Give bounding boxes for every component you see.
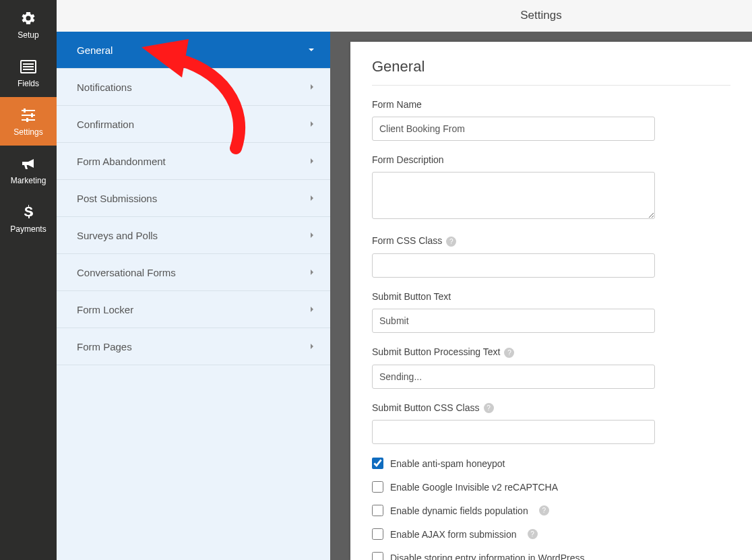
check-anti-spam-checkbox[interactable] <box>372 458 383 469</box>
check-dynamic-fields-checkbox[interactable] <box>372 505 383 516</box>
chevron-right-icon <box>309 82 315 93</box>
panel-title: General <box>372 58 730 86</box>
submit-button-text-label: Submit Button Text <box>372 291 730 302</box>
form-css-class-input[interactable] <box>372 253 655 278</box>
submit-button-processing-label: Submit Button Processing Text? <box>372 346 730 358</box>
check-label: Enable AJAX form submission <box>390 529 517 540</box>
check-dynamic-fields: Enable dynamic fields population ? <box>372 505 730 516</box>
general-panel: General Form Name Form Description Form … <box>350 42 752 560</box>
check-disable-storing: Disable storing entry information in Wor… <box>372 552 730 560</box>
iconbar: Setup Fields Settings Marketing Payments <box>0 0 57 560</box>
settings-item-label: Form Locker <box>77 304 133 315</box>
app-root: Setup Fields Settings Marketing Payments <box>0 0 752 560</box>
help-icon[interactable]: ? <box>484 403 494 413</box>
iconbar-label: Settings <box>13 127 42 137</box>
check-ajax: Enable AJAX form submission ? <box>372 528 730 540</box>
checklist: Enable anti-spam honeypot Enable Google … <box>372 458 730 560</box>
form-name-group: Form Name <box>372 99 730 141</box>
iconbar-label: Marketing <box>11 176 46 185</box>
chevron-right-icon <box>309 304 315 315</box>
iconbar-fields[interactable]: Fields <box>0 49 57 97</box>
form-description-input[interactable] <box>372 172 655 219</box>
submit-button-css-label: Submit Button CSS Class? <box>372 402 730 414</box>
settings-item-form-pages[interactable]: Form Pages <box>57 328 330 365</box>
form-name-input[interactable] <box>372 117 655 141</box>
submit-button-text-input[interactable] <box>372 309 655 333</box>
submit-button-css-input[interactable] <box>372 420 655 444</box>
settings-item-label: Form Pages <box>77 341 132 352</box>
submit-button-css-group: Submit Button CSS Class? <box>372 402 730 445</box>
chevron-right-icon <box>309 267 315 278</box>
settings-item-label: Surveys and Polls <box>77 230 158 241</box>
svg-rect-10 <box>26 118 28 122</box>
check-disable-storing-checkbox[interactable] <box>372 552 383 560</box>
header: Settings <box>330 0 752 32</box>
settings-item-notifications[interactable]: Notifications <box>57 69 330 106</box>
check-label: Disable storing entry information in Wor… <box>390 553 584 560</box>
svg-rect-2 <box>23 63 34 65</box>
settings-item-label: Conversational Forms <box>77 267 176 278</box>
settings-item-label: Confirmation <box>77 119 134 130</box>
check-anti-spam: Enable anti-spam honeypot <box>372 458 730 469</box>
svg-rect-4 <box>23 69 34 70</box>
form-description-label: Form Description <box>372 154 730 165</box>
settings-item-surveys-and-polls[interactable]: Surveys and Polls <box>57 217 330 254</box>
chevron-down-icon <box>307 44 315 56</box>
svg-rect-3 <box>23 66 34 67</box>
form-name-label: Form Name <box>372 99 730 110</box>
form-description-group: Form Description <box>372 154 730 222</box>
bullhorn-icon <box>20 154 36 173</box>
list-icon <box>20 57 36 76</box>
iconbar-settings[interactable]: Settings <box>0 97 57 146</box>
form-css-class-group: Form CSS Class? <box>372 235 730 278</box>
header-title: Settings <box>520 9 561 22</box>
chevron-right-icon <box>309 230 315 241</box>
help-icon[interactable]: ? <box>446 237 456 247</box>
svg-rect-9 <box>31 113 33 117</box>
submit-button-text-group: Submit Button Text <box>372 291 730 333</box>
check-label: Enable anti-spam honeypot <box>390 458 505 469</box>
help-icon[interactable]: ? <box>528 529 538 539</box>
check-ajax-checkbox[interactable] <box>372 528 383 540</box>
check-label: Enable dynamic fields population <box>390 505 528 516</box>
check-recaptcha-checkbox[interactable] <box>372 481 383 493</box>
iconbar-label: Fields <box>18 79 39 88</box>
chevron-right-icon <box>309 341 315 352</box>
sliders-icon <box>20 106 36 125</box>
settings-item-conversational-forms[interactable]: Conversational Forms <box>57 254 330 291</box>
gear-icon <box>20 9 36 28</box>
settings-item-label: General <box>77 44 113 56</box>
iconbar-label: Payments <box>10 224 46 234</box>
settings-item-form-abandonment[interactable]: Form Abandonment <box>57 143 330 180</box>
settings-item-post-submissions[interactable]: Post Submissions <box>57 180 330 217</box>
svg-rect-8 <box>24 108 26 113</box>
right-area: Settings General Form Name Form Descript… <box>330 0 752 560</box>
chevron-right-icon <box>309 193 315 204</box>
iconbar-payments[interactable]: Payments <box>0 194 57 243</box>
chevron-right-icon <box>309 156 315 167</box>
iconbar-marketing[interactable]: Marketing <box>0 146 57 194</box>
help-icon[interactable]: ? <box>504 348 514 358</box>
dollar-icon <box>23 203 34 222</box>
iconbar-label: Setup <box>18 30 38 40</box>
help-icon[interactable]: ? <box>539 505 549 516</box>
right-body: General Form Name Form Description Form … <box>330 32 752 560</box>
check-recaptcha: Enable Google Invisible v2 reCAPTCHA <box>372 481 730 493</box>
settings-item-label: Notifications <box>77 82 132 93</box>
form-css-class-label: Form CSS Class? <box>372 235 730 247</box>
check-label: Enable Google Invisible v2 reCAPTCHA <box>390 482 558 493</box>
submit-button-processing-group: Submit Button Processing Text? <box>372 346 730 389</box>
chevron-right-icon <box>309 119 315 130</box>
submit-button-processing-input[interactable] <box>372 365 655 389</box>
middle-pad <box>57 0 330 32</box>
settings-item-form-locker[interactable]: Form Locker <box>57 291 330 328</box>
settings-item-label: Form Abandonment <box>77 156 166 167</box>
settings-item-confirmation[interactable]: Confirmation <box>57 106 330 143</box>
settings-item-label: Post Submissions <box>77 193 157 204</box>
iconbar-setup[interactable]: Setup <box>0 0 57 49</box>
settings-item-general[interactable]: General <box>57 32 330 69</box>
settings-menu: General Notifications Confirmation Form … <box>57 0 330 560</box>
